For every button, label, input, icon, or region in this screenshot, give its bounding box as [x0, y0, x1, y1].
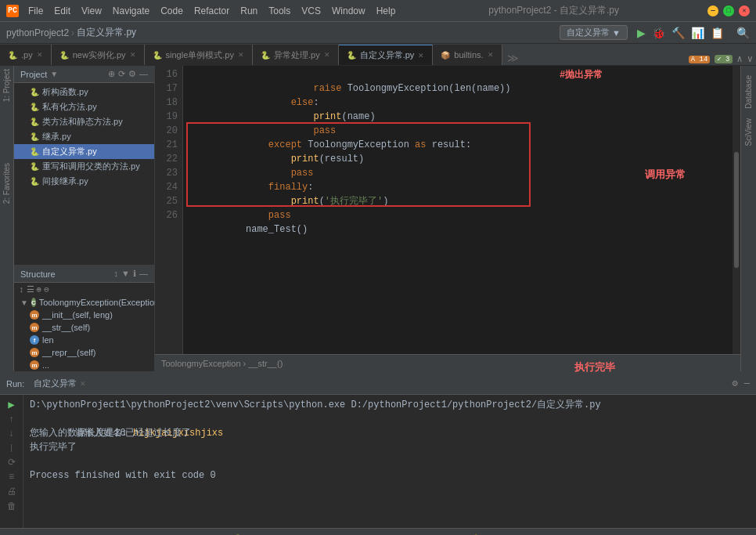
tree-item-custom-exc[interactable]: 🐍 自定义异常.py — [14, 144, 154, 159]
menu-refactor[interactable]: Refactor — [189, 4, 234, 18]
tab-py[interactable]: 🐍 .py ✕ — [0, 45, 52, 65]
tab-new-instance[interactable]: 🐍 new实例化.py ✕ — [52, 45, 145, 65]
run-tab-close[interactable]: ✕ — [80, 380, 86, 388]
database-panel-toggle[interactable]: Database — [744, 72, 753, 112]
struct-item-other[interactable]: m ... — [14, 359, 154, 371]
file-name-override: 重写和调用父类的方法.py — [42, 161, 140, 172]
coverage-icon[interactable]: 📊 — [691, 27, 704, 39]
menu-view[interactable]: View — [77, 4, 106, 18]
build-icon[interactable]: 🔨 — [671, 27, 685, 39]
minimize-button[interactable]: — — [707, 5, 718, 16]
status-tab-todo[interactable]: ≡ TODO — [124, 529, 171, 536]
sciview-panel-toggle[interactable]: SciView — [744, 115, 753, 149]
struct-minimize-icon[interactable]: — — [139, 269, 148, 279]
struct-item-init[interactable]: m __init__(self, leng) — [14, 309, 154, 321]
tree-item-mro[interactable]: 🐍 间接继承.py — [14, 174, 154, 189]
tab-builtins[interactable]: 📦 builtins. ✕ — [433, 45, 502, 65]
project-panel-header: Project ▼ ⊕ ⟳ ⚙ — — [14, 66, 154, 83]
menu-vcs[interactable]: VCS — [297, 4, 326, 18]
run-trash-button[interactable]: 🗑 — [7, 501, 16, 512]
tab-exception-label: 异常处理.py — [274, 49, 320, 61]
project-minimize-icon[interactable]: — — [139, 69, 148, 79]
maximize-button[interactable]: □ — [723, 5, 734, 16]
menu-run[interactable]: Run — [236, 4, 262, 18]
scroll-thumb[interactable] — [734, 152, 739, 267]
menu-file[interactable]: File — [23, 4, 48, 18]
favorites-toggle[interactable]: 2: Favorites — [2, 160, 11, 207]
status-tab-run[interactable]: ▶ 4: Run — [6, 529, 54, 536]
code-content: 16 17 18 19 20 21 22 23 24 25 26 raise — [155, 66, 740, 354]
struct-item-len[interactable]: f len — [14, 334, 154, 346]
tab-bar: 🐍 .py ✕ 🐍 new实例化.py ✕ 🐍 single单例模式.py ✕ … — [0, 44, 756, 66]
breadcrumb-project[interactable]: pythonProject2 — [6, 27, 69, 38]
run-play-icon[interactable]: ▶ — [637, 27, 646, 39]
tab-overflow-button[interactable]: ≫ — [502, 52, 524, 65]
struct-item-class[interactable]: ▼ C ToolongmyException(Exception) — [14, 296, 154, 309]
close-button[interactable]: ✕ — [739, 5, 750, 16]
tab-py-close[interactable]: ✕ — [37, 51, 43, 59]
annotation-throw: #抛出异常 — [549, 67, 603, 81]
run-down-button[interactable]: ↓ — [9, 428, 14, 439]
menu-edit[interactable]: Edit — [49, 4, 75, 18]
breadcrumb-file[interactable]: 自定义异常.py — [77, 26, 136, 39]
project-dropdown[interactable]: ▼ — [50, 70, 58, 78]
sort-az-icon[interactable]: ↕ — [19, 285, 24, 295]
tab-single[interactable]: 🐍 single单例模式.py ✕ — [145, 45, 253, 65]
file-icon-mro: 🐍 — [30, 177, 39, 186]
status-tab-python-console[interactable]: 🐍 Python Console — [227, 529, 315, 536]
struct-str-name: __str__(self) — [42, 323, 90, 332]
debug-icon[interactable]: 🐞 — [652, 27, 665, 39]
run-dropdown-icon[interactable]: ▼ — [612, 28, 621, 38]
project-panel-toggle[interactable]: 1: Project — [2, 66, 11, 105]
menu-tools[interactable]: Tools — [264, 4, 295, 18]
run-print-button[interactable]: 🖨 — [7, 486, 16, 497]
run-gear-icon[interactable]: ⚙ — [733, 378, 738, 389]
status-tab-terminal[interactable]: ▣ Terminal — [171, 529, 228, 536]
struct-item-repr[interactable]: m __repr__(self) — [14, 346, 154, 359]
profile-icon[interactable]: 📋 — [711, 27, 724, 39]
tab-exception[interactable]: 🐍 异常处理.py ✕ — [253, 45, 339, 65]
tab-exception-close[interactable]: ✕ — [324, 51, 330, 59]
filter-icon[interactable]: ▼ — [121, 269, 130, 279]
expand-icon[interactable]: ⊕ — [37, 284, 42, 295]
tab-new-instance-close[interactable]: ✕ — [130, 51, 136, 59]
tree-item-destructor[interactable]: 🐍 析构函数.py — [14, 85, 154, 99]
run-minimize-icon[interactable]: — — [744, 378, 750, 389]
run-config-label[interactable]: 自定义异常 ▼ — [560, 25, 628, 40]
tree-item-inherit[interactable]: 🐍 继承.py — [14, 129, 154, 144]
struct-badge-class: C — [31, 298, 36, 307]
run-play-button[interactable]: ▶ — [8, 398, 14, 411]
run-rerun-button[interactable]: ⟳ — [8, 457, 16, 468]
menu-navigate[interactable]: Navigate — [108, 4, 154, 18]
struct-item-str[interactable]: m __str__(self) — [14, 321, 154, 334]
sort-icon[interactable]: ↕ — [114, 269, 119, 279]
status-tab-problems[interactable]: ⚠ 6: Problems — [54, 529, 124, 536]
project-sync-icon[interactable]: ⟳ — [118, 69, 125, 79]
project-gear-icon[interactable]: ⚙ — [128, 69, 136, 79]
tree-item-classmethod[interactable]: 🐍 类方法和静态方法.py — [14, 114, 154, 129]
menu-window[interactable]: Window — [327, 4, 370, 18]
run-stop-button[interactable]: ↑ — [9, 414, 14, 425]
search-everywhere-icon[interactable]: 🔍 — [736, 27, 750, 39]
run-tab[interactable]: 自定义异常 ✕ — [31, 378, 89, 389]
tab-builtins-close[interactable]: ✕ — [488, 51, 494, 59]
info-icon[interactable]: ℹ — [133, 269, 136, 279]
code-text[interactable]: raise ToolongmyException(len(name)) #抛出异… — [183, 66, 733, 354]
warnings-expand[interactable]: ∨ — [747, 53, 753, 65]
ok-badge: ✓ 3 — [715, 55, 732, 63]
menu-code[interactable]: Code — [156, 4, 188, 18]
tab-custom-exception[interactable]: 🐍 自定义异常.py ✕ — [339, 45, 434, 65]
tab-single-close[interactable]: ✕ — [238, 51, 244, 59]
tree-item-private[interactable]: 🐍 私有化方法.py — [14, 99, 154, 114]
struct-badge-init: m — [30, 310, 39, 320]
collapse-icon[interactable]: ⊖ — [44, 284, 49, 295]
project-add-icon[interactable]: ⊕ — [108, 69, 115, 79]
warnings-chevron[interactable]: ∧ — [737, 53, 743, 65]
code-bottom-breadcrumb: ToolongmyException › __str__() — [155, 354, 740, 371]
run-filter-button[interactable]: ≡ — [9, 472, 14, 483]
menu-help[interactable]: Help — [372, 4, 401, 18]
code-scrollbar[interactable] — [733, 66, 740, 354]
filter-public-icon[interactable]: ☰ — [27, 284, 34, 295]
tab-custom-exception-close[interactable]: ✕ — [418, 52, 424, 60]
tree-item-override[interactable]: 🐍 重写和调用父类的方法.py — [14, 159, 154, 174]
